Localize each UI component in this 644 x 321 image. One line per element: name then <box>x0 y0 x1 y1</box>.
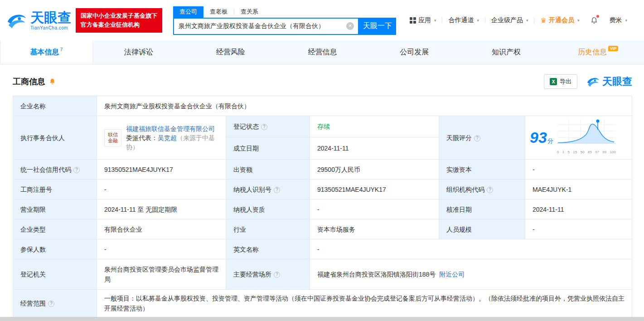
crown-icon: ♛ <box>540 17 546 24</box>
label-staff-size: 人员规模 <box>439 219 525 239</box>
field-label: 企业类型 <box>20 226 46 233</box>
axis-tick: 0 <box>557 147 559 157</box>
value-staff-size: - <box>525 219 632 239</box>
partner-block: 联信金融 福建福旅联信基金管理有限公司 委派代表：吴竞超（来源于中基协） <box>104 124 218 151</box>
nearby-companies-link[interactable]: 附近公司 <box>439 271 465 278</box>
field-label: 主要经营场所 <box>233 271 271 278</box>
score-curve-chart <box>557 118 616 144</box>
tab-label: 知识产权 <box>492 48 521 57</box>
info-icon[interactable]: ? <box>261 124 267 130</box>
info-icon[interactable]: ? <box>48 301 54 307</box>
notification-bell[interactable] <box>585 17 603 24</box>
field-label: 核准日期 <box>446 206 472 213</box>
value-english-name: - <box>310 239 632 259</box>
tab-label: 基本信息 <box>30 48 59 57</box>
rep-prefix: 委派代表： <box>126 134 158 141</box>
bell-icon <box>591 17 598 24</box>
info-icon[interactable]: ? <box>274 272 280 278</box>
menu-open-vip[interactable]: ♛ 开通会员 ▾ <box>534 16 585 24</box>
value-capital: 29500万人民币 <box>310 160 439 180</box>
table-row: 经营范围? 一般项目：以私募基金从事股权投资、投资管理、资产管理等活动（须在中国… <box>13 290 632 317</box>
search-tabs: 查公司 查老板 查关系 <box>173 6 396 18</box>
axis-tick: 15 <box>573 147 577 157</box>
info-icon[interactable]: ? <box>73 167 80 173</box>
chevron-down-icon: ▾ <box>526 18 528 23</box>
score-pin-dot <box>596 120 599 123</box>
chevron-down-icon: ▾ <box>434 18 436 23</box>
search-tab-relation[interactable]: 查关系 <box>234 6 265 18</box>
representative-line: 委派代表：吴竞超（来源于中基协） <box>126 133 218 151</box>
score-unit: 分 <box>547 137 553 144</box>
tab-basic-info[interactable]: 基本信息 7 <box>0 41 93 64</box>
tab-operation-risk[interactable]: 经营风险 <box>184 41 276 64</box>
logo-name: 天眼查 <box>30 11 71 24</box>
score-value: 93 <box>530 129 547 146</box>
value-business-term: 2024-11-11 至 无固定期限 <box>97 199 226 219</box>
info-icon[interactable]: ? <box>487 187 493 193</box>
info-icon[interactable]: ? <box>274 187 280 193</box>
menu-user-account[interactable]: 费米 ▾ <box>603 16 633 24</box>
logo-domain: TianYanCha.com <box>30 25 71 30</box>
field-label: 统一社会信用代码 <box>20 166 71 173</box>
menu-enterprise-products[interactable]: 企业级产品 ▾ <box>485 16 534 24</box>
menu-apps[interactable]: 应用 ▾ <box>404 16 442 24</box>
value-executive-partner: 联信金融 福建福旅联信基金管理有限公司 委派代表：吴竞超（来源于中基协） <box>97 116 226 160</box>
value-paid-capital: - <box>525 160 632 180</box>
search-clear-icon[interactable]: × <box>346 22 354 30</box>
chevron-down-icon: ▾ <box>577 18 580 23</box>
value-taxpayer-id: 91350521MAE4JUYK17 <box>310 180 439 199</box>
monitor-bell-icon[interactable] <box>49 78 56 85</box>
address-text: 福建省泉州台商投资区洛阳镇洛阳街188号 <box>317 271 436 278</box>
badge-line-2: 官方备案企业征信机构 <box>81 20 157 29</box>
tab-label: 法律诉讼 <box>124 48 153 57</box>
table-row: 企业类型 有限合伙企业 行业 资本市场服务 人员规模 - <box>13 219 632 239</box>
field-label: 工商注册号 <box>20 186 52 193</box>
apps-grid-icon <box>410 17 416 24</box>
label-company-name: 企业名称 <box>13 96 97 116</box>
menu-partner-channel[interactable]: 合作通道 ▾ <box>442 16 485 24</box>
field-label: 出资额 <box>233 166 252 173</box>
status-text: 存续 <box>317 123 330 130</box>
tianyancha-logo[interactable]: 天眼查 TianYanCha.com <box>6 10 71 31</box>
axis-tick: 85 <box>588 147 592 157</box>
field-label: 英文名称 <box>233 246 259 253</box>
chevron-down-icon: ▾ <box>477 18 479 23</box>
rep-name-link[interactable]: 吴竞超 <box>158 134 177 141</box>
partner-company-link[interactable]: 福建福旅联信基金管理有限公司 <box>126 125 215 132</box>
tab-operation-info[interactable]: 经营信息 <box>276 41 368 64</box>
value-business-place: 福建省泉州台商投资区洛阳镇洛阳街188号 附近公司 <box>310 259 632 290</box>
notification-dot <box>596 15 599 18</box>
label-tianyan-score: 天眼评分? <box>439 116 525 160</box>
field-label: 纳税人资质 <box>233 206 265 213</box>
info-icon[interactable]: ? <box>474 135 480 141</box>
label-capital: 出资额 <box>226 160 310 180</box>
field-label: 行业 <box>233 226 246 233</box>
tab-history-info[interactable]: 历史信息 VIP <box>552 41 644 64</box>
table-row: 统一社会信用代码? 91350521MAE4JUYK17 出资额 29500万人… <box>13 160 632 180</box>
value-tianyan-score: 93分 015155085979 <box>525 116 632 160</box>
field-label: 登记状态 <box>233 123 259 130</box>
section-title: 工商信息 <box>13 76 45 87</box>
search-tab-boss[interactable]: 查老板 <box>203 6 234 18</box>
vip-badge: VIP <box>608 46 619 51</box>
watermark-text: 天眼查 <box>602 75 632 88</box>
export-button[interactable]: X 导出 <box>544 74 577 89</box>
field-label: 成立日期 <box>233 145 259 152</box>
value-establish-date: 2024-11-11 <box>310 137 439 160</box>
search-tab-company[interactable]: 查公司 <box>173 6 203 18</box>
tab-legal-proceedings[interactable]: 法律诉讼 <box>93 41 185 64</box>
tab-intellectual-property[interactable]: 知识产权 <box>460 41 552 64</box>
field-label: 纳税人识别号 <box>233 186 271 193</box>
search-button[interactable]: 天眼一下 <box>359 18 396 35</box>
label-executive-partner: 执行事务合伙人 <box>13 116 97 160</box>
label-registration-authority: 登记机关 <box>13 259 97 290</box>
label-registration-number: 工商注册号 <box>13 180 97 199</box>
value-company-name: 泉州文商旅产业股权投资基金合伙企业（有限合伙） <box>97 96 632 116</box>
label-registration-status: 登记状态? <box>226 116 310 137</box>
company-section-nav: 基本信息 7 法律诉讼 经营风险 经营信息 公司发展 知识产权 历史信息 VIP <box>0 41 644 64</box>
label-taxpayer-quality: 纳税人资质 <box>226 199 310 219</box>
chevron-down-icon: ▾ <box>625 18 627 23</box>
search-input[interactable] <box>179 23 346 30</box>
partner-logo[interactable]: 联信金融 <box>104 129 121 146</box>
tab-company-development[interactable]: 公司发展 <box>368 41 460 64</box>
